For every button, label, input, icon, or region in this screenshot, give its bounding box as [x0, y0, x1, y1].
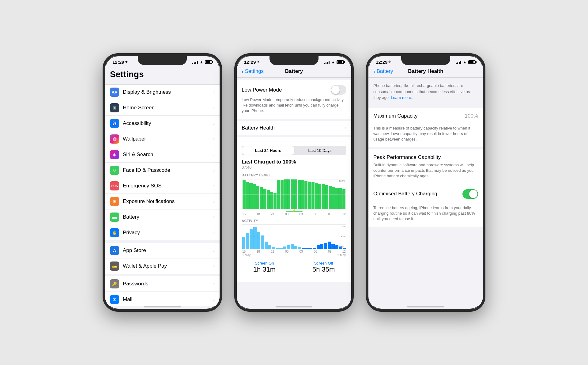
health-intro: Phone batteries, like all rechargeable b… — [368, 78, 483, 106]
battery-fill — [469, 61, 473, 63]
a-bar — [283, 246, 286, 249]
activity-label: ACTIVITY — [242, 219, 346, 223]
b-bar — [243, 180, 246, 209]
low-power-desc: Low Power Mode temporarily reduces backg… — [242, 97, 346, 114]
settings-header: Settings — [105, 66, 220, 85]
settings-row-sos[interactable]: SOS Emergency SOS › — [105, 178, 220, 194]
battery-health-label: Battery Health — [242, 125, 275, 131]
settings-row-wallet[interactable]: 💳 Wallet & Apple Pay › — [105, 258, 220, 274]
mail-label: Mail — [123, 296, 213, 303]
wallpaper-icon: 🌸 — [110, 134, 119, 144]
b-bar — [308, 182, 311, 209]
screen-on-value: 1h 31m — [253, 265, 276, 273]
screen-usage: Screen On 1h 31m Screen Off 5h 35m — [242, 257, 346, 277]
a-bar — [294, 246, 297, 249]
status-bar: 12:29 ✈ ▲ — [368, 56, 483, 66]
tab-10d[interactable]: Last 10 Days — [294, 146, 346, 155]
settings-row-appstore[interactable]: A App Store › — [105, 243, 220, 258]
b-bar — [256, 186, 259, 209]
chevron-icon: › — [213, 137, 215, 141]
settings-row-passwords[interactable]: 🔑 Passwords › — [105, 276, 220, 292]
privacy-icon: ✋ — [110, 228, 119, 237]
activity-chart-section: ACTIVITY — [242, 219, 346, 257]
opt-desc: To reduce battery ageing, iPhone learns … — [368, 204, 483, 227]
battery-fill — [337, 61, 342, 63]
y-axis: 100% 50% 0% — [339, 179, 345, 209]
status-time: 12:29 ✈ — [112, 59, 128, 65]
charge-info: Last Charged to 100% 07:40 — [242, 159, 346, 170]
back-button[interactable]: ‹ Settings — [242, 68, 264, 75]
settings-row-accessibility[interactable]: ♿ Accessibility › — [105, 116, 220, 131]
settings-row-privacy[interactable]: ✋ Privacy › — [105, 225, 220, 240]
b-bar — [263, 189, 266, 209]
wallpaper-label: Wallpaper — [123, 136, 213, 142]
sos-label: Emergency SOS — [123, 183, 213, 189]
nav-header: ‹ Settings Battery — [237, 66, 351, 78]
settings-row-homescreen[interactable]: ⊞ Home Screen › — [105, 100, 220, 116]
settings-row-display[interactable]: AA Display & Brightness › — [105, 85, 220, 100]
a-bar — [261, 235, 264, 249]
settings-title: Settings — [110, 68, 215, 81]
b-bar — [298, 180, 301, 209]
chevron-icon: › — [213, 199, 215, 204]
passwords-label: Passwords — [123, 281, 213, 287]
settings-row-wallpaper[interactable]: 🌸 Wallpaper › — [105, 131, 220, 147]
settings-row-battery[interactable]: ▬ Battery › — [105, 209, 220, 225]
page-title: Battery — [285, 68, 303, 74]
b-bar — [253, 184, 256, 209]
time-tabs: Last 24 Hours Last 10 Days — [242, 146, 346, 155]
a-bar — [298, 247, 301, 249]
sos-icon: SOS — [110, 181, 119, 190]
date-labels: 1 May 2 May — [242, 254, 346, 257]
signal-bar-1 — [192, 63, 193, 64]
back-chevron-icon: ‹ — [242, 68, 244, 75]
signal-bar-4 — [197, 61, 198, 64]
max-capacity-desc: This is a measure of battery capacity re… — [368, 124, 483, 147]
b-bar — [315, 183, 318, 209]
settings-list[interactable]: AA Display & Brightness › ⊞ Home Screen … — [105, 85, 220, 306]
back-chevron-icon: ‹ — [373, 68, 375, 75]
privacy-label: Privacy — [123, 230, 213, 236]
low-power-toggle[interactable] — [331, 85, 346, 95]
settings-row-mail[interactable]: ✉ Mail › — [105, 292, 220, 306]
a-bar — [305, 248, 308, 249]
signal-bar-3 — [195, 62, 196, 64]
display-icon: AA — [110, 88, 119, 97]
appstore-label: App Store — [123, 247, 213, 254]
battery-screen: ‹ Settings Battery Low Power Mode Low Po… — [237, 66, 351, 306]
tab-24h[interactable]: Last 24 Hours — [242, 146, 294, 155]
b-bar — [273, 193, 277, 209]
display-label: Display & Brightness — [123, 89, 213, 95]
b-bar — [318, 184, 321, 209]
mail-icon: ✉ — [110, 295, 119, 304]
learn-more-link[interactable]: Learn more... — [391, 95, 414, 100]
low-power-row: Low Power Mode — [242, 85, 346, 95]
date-label-1: 1 May — [242, 254, 251, 257]
a-bar — [253, 227, 256, 249]
chevron-icon: › — [213, 121, 215, 126]
appstore-icon: A — [110, 246, 119, 255]
charging-line: ⚡ — [286, 211, 303, 212]
home-bar — [144, 306, 181, 307]
chevron-icon: › — [213, 183, 215, 188]
settings-section-store: A App Store › 💳 Wallet & Apple Pay › — [105, 243, 220, 274]
chevron-icon: › — [213, 215, 215, 220]
settings-row-exposure[interactable]: ✺ Exposure Notifications › — [105, 194, 220, 209]
act-grid-2 — [242, 237, 346, 237]
settings-row-faceid[interactable]: ⬡ Face ID & Passcode › — [105, 163, 220, 178]
act-y-axis: 60m 30m 0m — [341, 224, 345, 249]
a-bar — [331, 244, 334, 249]
max-capacity-value: 100% — [465, 113, 478, 119]
status-icons: ▲ — [324, 60, 344, 64]
b-bar — [260, 187, 263, 209]
opt-charging-toggle[interactable] — [462, 189, 478, 199]
a-bar — [242, 237, 245, 249]
back-button[interactable]: ‹ Battery — [373, 68, 393, 75]
settings-section-apps: 🔑 Passwords › ✉ Mail › 👤 Contacts › 📅 Ca… — [105, 276, 220, 306]
battery-health-row[interactable]: Battery Health › — [237, 121, 351, 135]
battery-label: Battery — [123, 214, 213, 220]
settings-row-siri[interactable]: ◉ Siri & Search › — [105, 147, 220, 163]
a-bar — [335, 245, 338, 249]
siri-icon: ◉ — [110, 150, 119, 159]
a-bar — [250, 229, 253, 249]
